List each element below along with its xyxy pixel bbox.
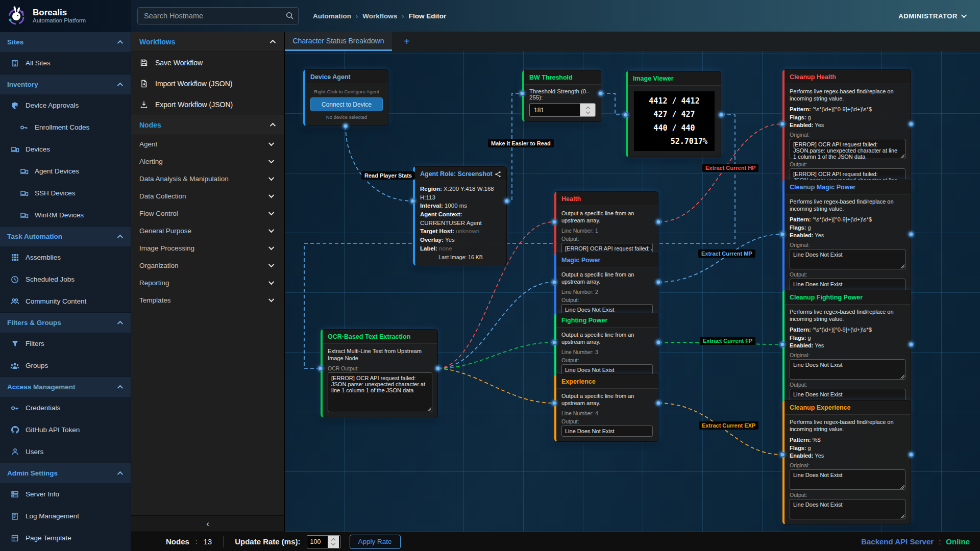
sidebar-item-agent-devices[interactable]: Agent Devices	[0, 160, 131, 182]
node-category-agent[interactable]: Agent	[131, 135, 284, 153]
connection-port[interactable]	[504, 198, 510, 204]
user-menu-administrator[interactable]: ADMINISTRATOR	[898, 12, 967, 20]
sidebar-item-all-sites[interactable]: All Sites	[0, 52, 131, 74]
resize-grip-icon[interactable]	[427, 407, 431, 411]
search-input[interactable]	[137, 7, 299, 24]
sidebar-item-assemblies[interactable]: Assemblies	[0, 246, 131, 268]
connection-port[interactable]	[656, 340, 662, 345]
original-field[interactable]: Line Does Not Exist	[790, 359, 905, 380]
output-field[interactable]: Line Does Not Exist	[561, 425, 653, 437]
share-icon[interactable]	[495, 171, 501, 178]
connection-port[interactable]	[552, 340, 557, 345]
connect-to-device-button[interactable]: Connect to Device	[310, 97, 383, 111]
number-spinner[interactable]	[580, 104, 595, 116]
original-field[interactable]: Line Does Not Exist	[790, 469, 905, 490]
node-cleanup-health[interactable]: Cleanup Health Performs live regex-based…	[782, 69, 911, 194]
sidebar-item-groups[interactable]: Groups	[0, 355, 131, 377]
sidebar-section-admin-settings[interactable]: Admin Settings	[0, 463, 131, 483]
node-category-organization[interactable]: Organization	[131, 257, 284, 274]
import-workflow-button[interactable]: Import Workflow (JSON)	[131, 73, 284, 94]
update-rate-value[interactable]	[307, 536, 328, 548]
connection-port[interactable]	[598, 91, 604, 96]
sidebar-section-task-automation[interactable]: Task Automation	[0, 226, 131, 246]
sidebar-section-access-management[interactable]: Access Management	[0, 377, 131, 397]
sidebar-item-server-info[interactable]: Server Info	[0, 483, 131, 505]
connection-port[interactable]	[656, 280, 662, 285]
collapse-panel-button[interactable]: ‹	[131, 515, 284, 532]
sidebar-item-device-approvals[interactable]: Device Approvals	[0, 94, 131, 116]
sidebar-item-enrollment-codes[interactable]: Enrollment Codes	[0, 116, 131, 138]
connection-port[interactable]	[909, 452, 914, 458]
resize-grip-icon[interactable]	[900, 514, 904, 518]
node-cleanup-magic-power[interactable]: Cleanup Magic Power Performs live regex-…	[782, 180, 911, 304]
resize-grip-icon[interactable]	[900, 264, 904, 268]
connection-port[interactable]	[520, 91, 525, 96]
connection-port[interactable]	[780, 232, 786, 237]
search-icon[interactable]	[285, 11, 294, 20]
node-bw-threshold[interactable]: BW Threshold Threshold Strength (0–255):…	[522, 70, 601, 122]
tab-character-status-breakdown[interactable]: Character Status Breakdown	[285, 32, 392, 51]
threshold-input[interactable]: 181	[529, 103, 596, 117]
connection-port[interactable]	[656, 400, 662, 406]
resize-grip-icon[interactable]	[900, 154, 904, 158]
original-field[interactable]: Line Does Not Exist	[790, 249, 905, 269]
node-category-data-analysis[interactable]: Data Analysis & Manipulation	[131, 170, 284, 187]
resize-grip-icon[interactable]	[900, 484, 904, 489]
sidebar-item-scheduled-jobs[interactable]: Scheduled Jobs	[0, 268, 131, 290]
node-agent-role-screenshot[interactable]: Agent Role: Screenshot Region: X:200 Y:4…	[413, 166, 507, 265]
apply-rate-button[interactable]: Apply Rate	[350, 535, 401, 549]
sidebar-item-ssh-devices[interactable]: SSH Devices	[0, 182, 131, 204]
flow-canvas[interactable]: Read Player Stats Make it Easier to Read…	[284, 51, 980, 532]
add-tab-button[interactable]: +	[392, 32, 422, 51]
node-image-viewer[interactable]: Image Viewer 4412 / 4412 427 / 427 440 /…	[626, 71, 721, 157]
node-magic-power[interactable]: Magic Power Output a specific line from …	[554, 253, 658, 320]
connection-port[interactable]	[909, 342, 914, 347]
sidebar-item-devices[interactable]: Devices	[0, 138, 131, 160]
ocr-output-field[interactable]: [ERROR] OCR API request failed: JSON.par…	[328, 372, 432, 412]
save-workflow-button[interactable]: Save Workflow	[131, 52, 284, 73]
node-category-image-processing[interactable]: Image Processing	[131, 239, 284, 257]
sidebar-section-inventory[interactable]: Inventory	[0, 74, 131, 94]
connection-port[interactable]	[656, 219, 662, 225]
connection-port[interactable]	[780, 452, 786, 458]
connection-port[interactable]	[909, 121, 914, 127]
sidebar-item-log-management[interactable]: Log Management	[0, 505, 131, 527]
connection-port[interactable]	[343, 123, 349, 129]
sidebar-item-page-template[interactable]: Page Template	[0, 527, 131, 549]
node-category-reporting[interactable]: Reporting	[131, 274, 284, 291]
connection-port[interactable]	[410, 198, 416, 204]
output-field[interactable]: Line Does Not Exist	[790, 499, 905, 519]
connection-port[interactable]	[623, 112, 629, 118]
node-cleanup-fighting-power[interactable]: Cleanup Fighting Power Performs live reg…	[782, 290, 911, 414]
sidebar-section-filters-groups[interactable]: Filters & Groups	[0, 312, 131, 333]
node-device-agent[interactable]: Device Agent Right-Click to Configure Ag…	[303, 69, 388, 126]
sidebar-item-filters[interactable]: Filters	[0, 333, 131, 355]
nodes-section-header[interactable]: Nodes	[131, 115, 284, 135]
connection-port[interactable]	[435, 366, 441, 371]
connection-port[interactable]	[318, 366, 324, 371]
node-experience[interactable]: Experience Output a specific line from a…	[554, 374, 658, 442]
connection-port[interactable]	[780, 342, 786, 347]
threshold-value[interactable]: 181	[530, 104, 580, 116]
node-fighting-power[interactable]: Fighting Power Output a specific line fr…	[554, 313, 658, 381]
node-category-flow-control[interactable]: Flow Control	[131, 205, 284, 222]
node-category-data-collection[interactable]: Data Collection	[131, 187, 284, 205]
original-field[interactable]: [ERROR] OCR API request failed: JSON.par…	[790, 139, 905, 159]
sidebar-item-credentials[interactable]: Credentials	[0, 397, 131, 419]
breadcrumb-automation[interactable]: Automation	[313, 12, 351, 20]
sidebar-item-community-content[interactable]: Community Content	[0, 290, 131, 312]
update-rate-input[interactable]	[307, 535, 340, 548]
number-spinner[interactable]	[328, 536, 339, 548]
node-health[interactable]: Health Output a specific line from an up…	[554, 191, 658, 259]
breadcrumb-workflows[interactable]: Workflows	[362, 12, 397, 20]
connection-port[interactable]	[719, 112, 724, 118]
node-category-templates[interactable]: Templates	[131, 291, 284, 309]
workflows-section-header[interactable]: Workflows	[131, 32, 284, 52]
node-category-general-purpose[interactable]: General Purpose	[131, 222, 284, 239]
sidebar-item-github-api-token[interactable]: GitHub API Token	[0, 419, 131, 441]
node-ocr-text-extraction[interactable]: OCR-Based Text Extraction Extract Multi-…	[321, 329, 438, 417]
resize-grip-icon[interactable]	[900, 374, 904, 379]
node-category-alerting[interactable]: Alerting	[131, 153, 284, 170]
sidebar-item-users[interactable]: Users	[0, 441, 131, 463]
export-workflow-button[interactable]: Export Workflow (JSON)	[131, 94, 284, 115]
